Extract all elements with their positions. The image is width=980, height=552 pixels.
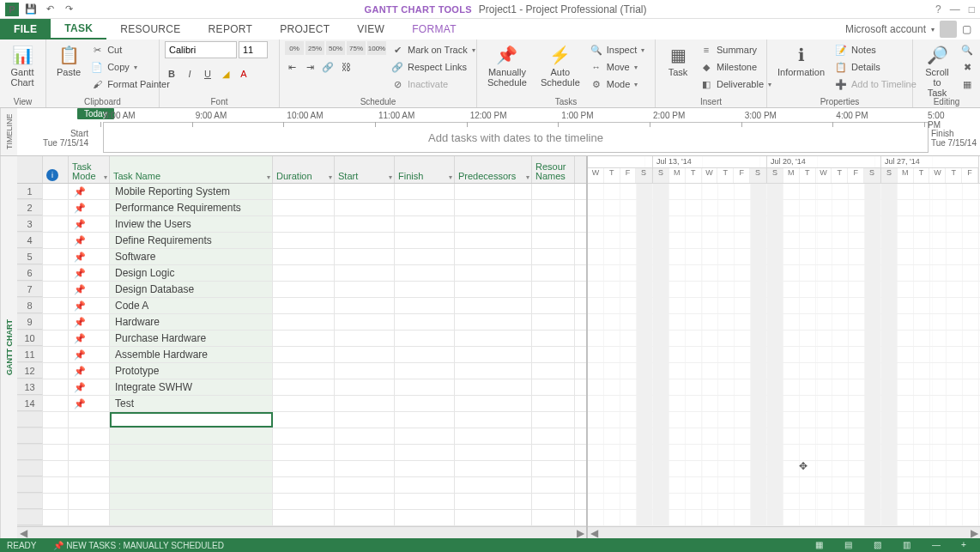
row-start-cell[interactable] xyxy=(335,510,395,525)
row-start-cell[interactable] xyxy=(335,265,395,281)
row-number[interactable]: 1 xyxy=(17,184,43,199)
chart-row[interactable] xyxy=(588,477,980,494)
table-row[interactable]: 1📌Mobile Reporting System xyxy=(17,184,586,200)
row-mode-cell[interactable]: 📌 xyxy=(69,265,110,281)
tab-project[interactable]: PROJECT xyxy=(266,19,343,39)
table-row[interactable]: 12📌Prototype xyxy=(17,363,586,379)
row-res-cell[interactable] xyxy=(532,494,575,509)
chart-row[interactable] xyxy=(588,363,980,379)
row-pred-cell[interactable] xyxy=(455,494,532,509)
row-start-cell[interactable] xyxy=(335,461,395,476)
row-pred-cell[interactable] xyxy=(455,396,532,411)
row-res-cell[interactable] xyxy=(532,331,575,346)
unlink-icon[interactable]: ⛓ xyxy=(339,60,353,74)
chart-row[interactable] xyxy=(588,331,980,347)
row-pred-cell[interactable] xyxy=(455,331,532,346)
row-duration-cell[interactable] xyxy=(273,428,335,444)
row-pred-cell[interactable] xyxy=(455,249,532,264)
row-name-cell[interactable] xyxy=(110,494,273,509)
row-finish-cell[interactable] xyxy=(395,184,455,199)
row-name-cell[interactable]: Software xyxy=(110,249,273,264)
row-start-cell[interactable] xyxy=(335,379,395,395)
header-finish[interactable]: Finish▾ xyxy=(395,156,455,183)
row-info-cell[interactable] xyxy=(43,396,69,411)
table-row[interactable] xyxy=(17,412,586,428)
row-finish-cell[interactable] xyxy=(395,298,455,313)
row-pred-cell[interactable] xyxy=(455,379,532,395)
indent-icon[interactable]: ⇥ xyxy=(303,60,317,74)
row-duration-cell[interactable] xyxy=(273,445,335,460)
row-start-cell[interactable] xyxy=(335,184,395,199)
underline-button[interactable]: U xyxy=(201,67,215,81)
row-finish-cell[interactable] xyxy=(395,510,455,525)
row-mode-cell[interactable]: 📌 xyxy=(69,200,110,215)
find-button[interactable]: 🔍 xyxy=(959,41,975,58)
row-finish-cell[interactable] xyxy=(395,249,455,264)
row-duration-cell[interactable] xyxy=(273,331,335,346)
row-name-cell[interactable]: Design Logic xyxy=(110,265,273,281)
row-number[interactable] xyxy=(17,412,43,428)
undo-icon[interactable]: ↶ xyxy=(43,3,57,16)
tab-task[interactable]: TASK xyxy=(51,19,106,39)
row-mode-cell[interactable]: 📌 xyxy=(69,282,110,297)
row-number[interactable]: 9 xyxy=(17,314,43,330)
chart-row[interactable] xyxy=(588,428,980,445)
table-row[interactable]: 3📌Inview the Users xyxy=(17,216,586,233)
ribbon-collapse-icon[interactable]: ▢ xyxy=(962,23,971,35)
scroll-left-icon[interactable]: ◀ xyxy=(17,527,29,538)
row-res-cell[interactable] xyxy=(532,265,575,281)
row-number[interactable]: 13 xyxy=(17,379,43,395)
row-mode-cell[interactable]: 📌 xyxy=(69,249,110,264)
row-pred-cell[interactable] xyxy=(455,461,532,476)
account-menu[interactable]: Microsoft account ▾ ▢ xyxy=(837,19,980,39)
row-duration-cell[interactable] xyxy=(273,477,335,493)
chart-hscroll[interactable]: ◀▶ xyxy=(588,526,980,538)
inspect-button[interactable]: 🔍Inspect xyxy=(589,41,646,58)
restore-icon[interactable]: □ xyxy=(969,3,975,15)
row-finish-cell[interactable] xyxy=(395,347,455,362)
table-row[interactable]: 6📌Design Logic xyxy=(17,265,586,282)
chart-row[interactable] xyxy=(588,412,980,428)
table-row[interactable]: 5📌Software xyxy=(17,249,586,265)
row-info-cell[interactable] xyxy=(43,445,69,460)
row-info-cell[interactable] xyxy=(43,347,69,362)
view-net-icon[interactable]: ▧ xyxy=(874,540,886,550)
chevron-down-icon[interactable]: ▾ xyxy=(329,173,332,181)
header-task-name[interactable]: Task Name▾ xyxy=(110,156,273,183)
row-pred-cell[interactable] xyxy=(455,363,532,379)
chevron-down-icon[interactable]: ▾ xyxy=(389,173,392,181)
scroll-right-icon[interactable]: ▶ xyxy=(968,527,980,538)
row-duration-cell[interactable] xyxy=(273,298,335,313)
row-finish-cell[interactable] xyxy=(395,494,455,509)
row-duration-cell[interactable] xyxy=(273,494,335,509)
row-number[interactable]: 3 xyxy=(17,216,43,232)
row-name-cell[interactable] xyxy=(110,428,273,444)
tab-resource[interactable]: RESOURCE xyxy=(106,19,194,39)
row-name-cell[interactable]: Inview the Users xyxy=(110,216,273,232)
row-res-cell[interactable] xyxy=(532,298,575,313)
table-row[interactable] xyxy=(17,510,586,526)
table-row[interactable]: 2📌Performance Requirements xyxy=(17,200,586,216)
table-row[interactable]: 11📌Assemble Hardware xyxy=(17,347,586,363)
row-info-cell[interactable] xyxy=(43,363,69,379)
row-start-cell[interactable] xyxy=(335,428,395,444)
pct-100-button[interactable]: 100% xyxy=(367,41,386,55)
pct-50-button[interactable]: 50% xyxy=(326,41,345,55)
row-duration-cell[interactable] xyxy=(273,412,335,428)
chart-row[interactable] xyxy=(588,184,980,200)
link-icon[interactable]: 🔗 xyxy=(321,60,335,74)
row-res-cell[interactable] xyxy=(532,347,575,362)
row-number[interactable]: 11 xyxy=(17,347,43,362)
header-resource-names[interactable]: Resour Names xyxy=(532,156,575,183)
row-start-cell[interactable] xyxy=(335,200,395,215)
row-number[interactable]: 2 xyxy=(17,200,43,215)
chart-row[interactable] xyxy=(588,396,980,412)
row-name-cell[interactable]: Mobile Reporting System xyxy=(110,184,273,199)
tab-file[interactable]: FILE xyxy=(0,19,51,39)
row-duration-cell[interactable] xyxy=(273,184,335,199)
row-res-cell[interactable] xyxy=(532,428,575,444)
table-row[interactable] xyxy=(17,494,586,510)
row-duration-cell[interactable] xyxy=(273,363,335,379)
row-name-cell[interactable] xyxy=(110,461,273,476)
row-finish-cell[interactable] xyxy=(395,412,455,428)
